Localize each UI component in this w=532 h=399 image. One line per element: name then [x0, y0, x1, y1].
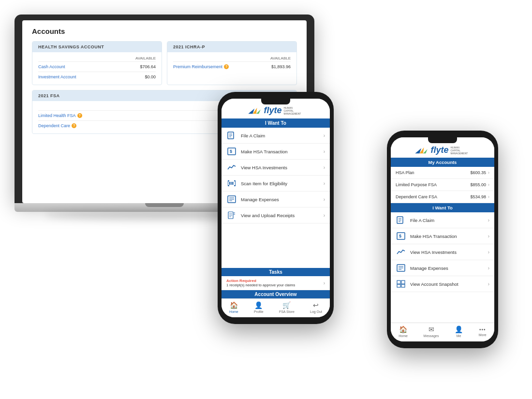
- svg-rect-10: [228, 181, 228, 185]
- fsa-dependent-name: Dependent Care ?: [38, 123, 76, 128]
- receipts-icon: [226, 211, 237, 220]
- menu-item-text-receipts: View and Upload Receipts: [241, 213, 324, 218]
- p2-snapshot-icon: [396, 280, 406, 288]
- flyte-sub-1: HUMAN CAPITAL MANAGEMENT: [284, 106, 303, 115]
- p2-limited-fsa-amount: $855.00: [470, 182, 486, 187]
- svg-rect-18: [233, 182, 234, 185]
- ichra-header: 2021 ICHRA-P: [167, 42, 296, 52]
- hsa-body: AVAILABLE Cash Account $706.64 Investmen…: [32, 52, 162, 85]
- p2-nav-me[interactable]: 👤 Me: [455, 325, 463, 338]
- svg-marker-2: [256, 109, 261, 114]
- page-title: Accounts: [32, 27, 297, 35]
- phone1-notch: [261, 99, 290, 104]
- svg-rect-44: [397, 284, 400, 287]
- p2-investments-icon: [396, 248, 406, 256]
- nav-logout[interactable]: ↩ Log Out: [310, 301, 322, 313]
- phone1-menu: File A Claim › $ Make HSA Transaction › …: [222, 128, 330, 268]
- p2-chevron-1: ›: [488, 170, 489, 175]
- fsa-limited-name: Limited Health FSA ?: [38, 113, 82, 118]
- p2-home-icon: 🏠: [399, 325, 407, 333]
- p2-menu-item-file-claim[interactable]: File A Claim ›: [391, 212, 494, 228]
- hsa-cash-amount: $706.64: [140, 64, 156, 69]
- flyte-logo-2: flyte HUMAN CAPITAL MANAGEMENT: [415, 145, 470, 155]
- p2-chevron-6: ›: [488, 250, 489, 255]
- p2-menu-text-expenses: Manage Expenses: [410, 266, 488, 271]
- phone2-my-accounts: My Accounts HSA Plan $600.35 › Limited P…: [391, 158, 494, 203]
- phone1-iwantto-header: I Want To: [222, 118, 330, 128]
- nav-fsa-store[interactable]: 🛒 FSA Store: [279, 301, 295, 313]
- p2-file-claim-icon: [396, 216, 406, 224]
- p2-menu-text-investments: View HSA Investments: [410, 250, 488, 255]
- menu-item-expenses[interactable]: Manage Expenses ›: [222, 192, 330, 207]
- chevron-icon-2: ›: [324, 149, 325, 154]
- chevron-icon-3: ›: [324, 165, 325, 170]
- phone1-screen: flyte HUMAN CAPITAL MANAGEMENT I Want To…: [222, 99, 330, 317]
- home-icon: 🏠: [230, 301, 238, 309]
- p2-dependent-fsa-name: Dependent Care FSA: [396, 194, 437, 199]
- p2-messages-icon: ✉: [429, 325, 434, 333]
- file-claim-icon: [226, 131, 237, 140]
- menu-item-hsa-investments[interactable]: View HSA Investments ›: [222, 160, 330, 176]
- phone2-iwantto-header: I Want To: [391, 203, 494, 212]
- p2-chevron-3: ›: [488, 194, 489, 199]
- svg-rect-15: [229, 182, 230, 185]
- p2-nav-more-label: More: [479, 333, 487, 337]
- task-desc-label: 1 receipt(s) needed to approve your clai…: [226, 283, 295, 287]
- p2-nav-more[interactable]: ••• More: [479, 327, 487, 337]
- fsa-store-icon: 🛒: [282, 301, 291, 309]
- hsa-investment-amount: $0.00: [145, 74, 156, 79]
- p2-nav-messages[interactable]: ✉ Messages: [424, 325, 439, 338]
- nav-home[interactable]: 🏠 Home: [229, 301, 238, 313]
- scan-icon: [226, 179, 237, 188]
- svg-rect-14: [234, 185, 236, 186]
- svg-rect-9: [228, 180, 229, 181]
- flyte-bird-icon-1: [248, 106, 262, 116]
- p2-menu-item-hsa-txn[interactable]: $ Make HSA Transaction ›: [391, 228, 494, 244]
- hsa-section: HEALTH SAVINGS ACCOUNT AVAILABLE Cash Ac…: [32, 41, 162, 85]
- chevron-icon-5: ›: [324, 197, 325, 202]
- expenses-icon: [226, 195, 237, 204]
- p2-menu-text-file-claim: File A Claim: [410, 218, 488, 223]
- info-icon: ?: [224, 64, 229, 69]
- svg-rect-43: [401, 281, 405, 284]
- hsa-header: HEALTH SAVINGS ACCOUNT: [32, 42, 162, 52]
- p2-hsa-plan-amount: $600.35: [470, 170, 486, 175]
- p2-limited-fsa[interactable]: Limited Purpose FSA $855.00 ›: [391, 179, 494, 191]
- phone1-outer: flyte HUMAN CAPITAL MANAGEMENT I Want To…: [218, 92, 334, 324]
- p2-dependent-fsa[interactable]: Dependent Care FSA $534.98 ›: [391, 191, 494, 203]
- nav-profile[interactable]: 👤 Profile: [254, 301, 264, 313]
- p2-hsa-plan[interactable]: HSA Plan $600.35 ›: [391, 167, 494, 179]
- p2-nav-me-label: Me: [457, 334, 461, 338]
- p2-menu-item-investments[interactable]: View HSA Investments ›: [391, 244, 494, 260]
- menu-item-scan[interactable]: Scan Item for Eligibility ›: [222, 176, 330, 192]
- svg-text:$: $: [230, 149, 232, 154]
- ichra-available-label: AVAILABLE: [173, 54, 291, 62]
- my-accounts-header: My Accounts: [391, 158, 494, 167]
- menu-item-hsa-transaction[interactable]: $ Make HSA Transaction ›: [222, 144, 330, 160]
- svg-marker-31: [423, 149, 428, 153]
- menu-item-receipts[interactable]: View and Upload Receipts ›: [222, 207, 330, 223]
- ichra-section: 2021 ICHRA-P AVAILABLE Premium Reimburse…: [167, 41, 297, 85]
- menu-item-text-expenses: Manage Expenses: [241, 197, 324, 202]
- p2-nav-home[interactable]: 🏠 Home: [399, 325, 408, 338]
- p2-chevron-7: ›: [488, 266, 489, 271]
- phone1: flyte HUMAN CAPITAL MANAGEMENT I Want To…: [218, 92, 334, 324]
- p2-menu-item-expenses[interactable]: Manage Expenses ›: [391, 260, 494, 276]
- svg-text:$: $: [399, 234, 401, 238]
- hsa-available-label: AVAILABLE: [38, 54, 156, 62]
- menu-item-file-claim[interactable]: File A Claim ›: [222, 128, 330, 144]
- hsa-row-investment: Investment Account $0.00: [38, 72, 156, 82]
- task-chevron: ›: [324, 281, 325, 286]
- p2-menu-text-hsa-txn: Make HSA Transaction: [410, 234, 488, 239]
- flyte-bird-icon-2: [415, 146, 429, 155]
- logout-icon: ↩: [313, 301, 319, 309]
- p2-hsa-plan-name: HSA Plan: [396, 170, 414, 175]
- nav-logout-label: Log Out: [310, 310, 322, 313]
- menu-item-text-file-claim: File A Claim: [241, 133, 324, 138]
- p2-chevron-8: ›: [488, 281, 489, 287]
- phone1-task-item[interactable]: Action Required 1 receipt(s) needed to a…: [222, 276, 330, 290]
- p2-menu-item-snapshot[interactable]: View Account Snapshot ›: [391, 276, 494, 292]
- flyte-text-2: flyte: [430, 145, 448, 155]
- hsa-cash-name: Cash Account: [38, 64, 65, 69]
- p2-me-icon: 👤: [455, 325, 463, 333]
